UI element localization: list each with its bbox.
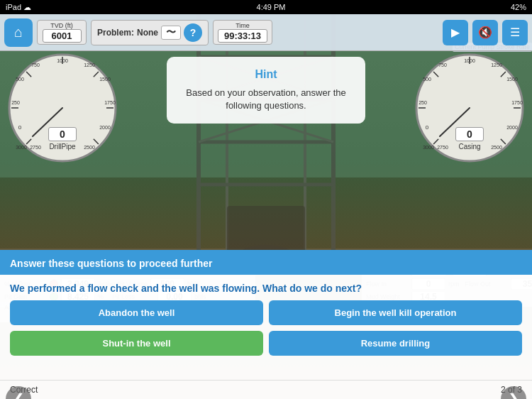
answer-shutin[interactable]: Shut-in the well [10, 331, 263, 356]
home-button[interactable]: ⌂ [4, 18, 33, 47]
answer-resume[interactable]: Resume drilling [269, 331, 522, 356]
svg-text:500: 500 [423, 77, 431, 82]
svg-text:1250: 1250 [491, 62, 502, 67]
wave-icon: 〜 [161, 26, 181, 40]
svg-text:1750: 1750 [104, 100, 116, 105]
svg-text:1250: 1250 [84, 62, 95, 67]
svg-text:1750: 1750 [511, 100, 523, 105]
casing-label: Casing [458, 143, 480, 151]
answer-abandon[interactable]: Abandon the well [10, 300, 263, 325]
problem-label: Problem: [97, 28, 134, 38]
help-icon: ? [190, 27, 196, 38]
svg-text:2000: 2000 [506, 125, 518, 130]
svg-text:0: 0 [426, 124, 429, 131]
svg-text:250: 250 [419, 100, 427, 105]
home-icon: ⌂ [14, 24, 23, 40]
svg-text:1000: 1000 [464, 58, 475, 63]
hint-title: Hint [181, 68, 351, 81]
hint-text: Based on your observation, answer the fo… [181, 87, 351, 112]
svg-text:250: 250 [11, 100, 20, 105]
problem-box: Problem: None 〜 ? [91, 20, 209, 45]
tvd-label: TVD (ft) [50, 22, 73, 29]
casing-gauge: 0 250 500 750 1000 1250 1500 1750 2000 2… [413, 51, 526, 165]
device-label: iPad ☁ [6, 3, 31, 12]
play-icon: ▶ [451, 26, 460, 39]
help-button[interactable]: ? [184, 23, 202, 42]
svg-text:500: 500 [16, 77, 24, 82]
drillpipe-value: 0 [48, 127, 77, 141]
drillpipe-label: DrillPipe [49, 143, 75, 151]
time-value: 99:33:13 [218, 29, 267, 43]
quiz-header-text: Answer these questions to proceed furthe… [10, 258, 213, 269]
tvd-value: 6001 [43, 29, 82, 43]
menu-button[interactable]: ☰ [502, 20, 528, 45]
top-toolbar: ⌂ TVD (ft) 6001 Problem: None 〜 ? Time 9… [0, 14, 532, 51]
time-label: Time [235, 22, 250, 29]
quiz-footer: Correct 2 of 3 [0, 380, 532, 399]
menu-icon: ☰ [510, 26, 520, 39]
svg-text:1500: 1500 [506, 77, 518, 82]
quiz-question: We performed a flow check and the well w… [10, 282, 522, 295]
svg-text:2500: 2500 [84, 145, 95, 150]
quiz-answers: Abandon the well Begin the well kill ope… [10, 300, 522, 356]
status-right: 42% [511, 3, 526, 11]
drillpipe-gauge: 0 250 500 750 1000 1250 1500 1750 2000 2… [6, 51, 119, 165]
svg-text:1500: 1500 [99, 77, 111, 82]
mute-icon: 🔇 [478, 26, 492, 39]
prev-icon: ❮ [13, 390, 25, 399]
status-time: 4:49 PM [257, 3, 286, 11]
mute-button[interactable]: 🔇 [472, 20, 498, 45]
svg-text:2500: 2500 [491, 145, 502, 150]
svg-text:2000: 2000 [99, 125, 111, 130]
play-button[interactable]: ▶ [443, 20, 468, 45]
svg-text:3000: 3000 [423, 145, 434, 150]
status-left: iPad ☁ [6, 3, 31, 12]
time-box: Time 99:33:13 [213, 20, 272, 45]
svg-text:750: 750 [438, 62, 447, 67]
quiz-header: Answer these questions to proceed furthe… [0, 252, 532, 275]
svg-text:0: 0 [18, 124, 22, 131]
tvd-box: TVD (ft) 6001 [37, 20, 87, 45]
svg-text:2750: 2750 [30, 145, 41, 150]
quiz-body: We performed a flow check and the well w… [0, 275, 532, 380]
battery-label: 42% [511, 3, 526, 11]
svg-text:1000: 1000 [57, 58, 68, 63]
quiz-overlay: Answer these questions to proceed furthe… [0, 250, 532, 399]
svg-text:2750: 2750 [437, 145, 448, 150]
answer-kill[interactable]: Begin the well kill operation [269, 300, 522, 325]
status-bar: iPad ☁ 4:49 PM 42% [0, 0, 532, 14]
next-icon: ❯ [508, 390, 520, 399]
svg-text:3000: 3000 [16, 145, 27, 150]
svg-text:750: 750 [31, 62, 40, 67]
problem-value: None [137, 28, 158, 38]
hint-box: Hint Based on your observation, answer t… [167, 57, 365, 124]
casing-value: 0 [455, 127, 484, 141]
